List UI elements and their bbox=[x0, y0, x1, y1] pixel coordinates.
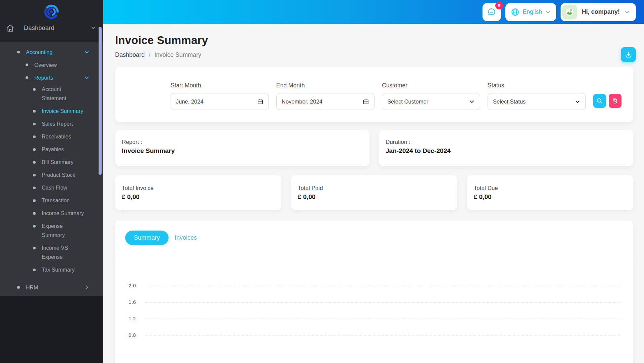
sidebar-item-receivables[interactable]: Receivables bbox=[0, 132, 103, 141]
customer-select[interactable]: Select Customer bbox=[382, 93, 480, 110]
filter-card: Start Month June, 2024 End Month Novembe… bbox=[115, 67, 633, 122]
bullet-icon bbox=[33, 199, 36, 202]
sidebar-item-accounting[interactable]: Accounting bbox=[0, 47, 103, 57]
app-logo[interactable] bbox=[0, 0, 103, 19]
bullet-icon bbox=[33, 161, 36, 164]
notification-badge: 0 bbox=[495, 2, 503, 9]
sidebar-item-payables[interactable]: Payables bbox=[0, 145, 103, 154]
sidebar-item-account-statement[interactable]: Account Statement bbox=[0, 85, 103, 103]
total-paid-value: £ 0,00 bbox=[298, 193, 451, 201]
end-month-input[interactable]: November, 2024 bbox=[276, 93, 374, 110]
filter-actions bbox=[593, 94, 621, 122]
chart-gridline-row: 1.2 bbox=[127, 315, 621, 322]
sidebar-header: Dashboard bbox=[0, 0, 103, 42]
profile-menu-button[interactable]: Hi, company! bbox=[561, 3, 636, 21]
gridline bbox=[145, 319, 621, 319]
y-tick-label: 2.0 bbox=[127, 283, 136, 288]
end-month-label: End Month bbox=[276, 82, 374, 89]
sidebar: Dashboard Accounting Overview Reports Ac… bbox=[0, 0, 103, 363]
end-month-field: End Month November, 2024 bbox=[276, 82, 374, 122]
globe-icon bbox=[511, 8, 520, 16]
total-due-card: Total Due £ 0,00 bbox=[467, 175, 633, 210]
chevron-down-icon bbox=[575, 99, 580, 105]
avatar-image-icon bbox=[565, 7, 575, 17]
language-label: English bbox=[523, 8, 542, 15]
status-value: Select Status bbox=[493, 98, 526, 105]
topbar: 0 English Hi, company! bbox=[103, 0, 644, 24]
chart-y-axis-title: Amount bbox=[119, 322, 127, 363]
sidebar-item-expense-summary[interactable]: Expense Summary bbox=[0, 221, 103, 240]
sidebar-item-overview[interactable]: Overview bbox=[0, 60, 103, 70]
chevron-right-icon bbox=[84, 285, 90, 290]
logo-icon bbox=[44, 4, 59, 19]
calendar-icon bbox=[257, 98, 263, 105]
tabs-divider bbox=[115, 262, 633, 262]
chart-card: Summary Invoices Amount 2.0 1.6 1.2 0.8 bbox=[115, 220, 633, 363]
y-tick-label: 1.2 bbox=[127, 316, 136, 321]
home-icon bbox=[6, 24, 14, 32]
bullet-icon bbox=[26, 76, 28, 79]
sidebar-item-reports[interactable]: Reports bbox=[0, 73, 103, 83]
end-month-value: November, 2024 bbox=[282, 98, 322, 105]
customer-field: Customer Select Customer bbox=[382, 82, 480, 122]
bullet-icon bbox=[33, 123, 36, 125]
breadcrumb-current: Invoice Summary bbox=[154, 51, 201, 58]
chevron-down-icon bbox=[545, 9, 551, 15]
sidebar-item-cash-flow[interactable]: Cash Flow bbox=[0, 183, 103, 192]
total-invoice-card: Total Invoice £ 0,00 bbox=[115, 175, 281, 210]
clear-filter-icon bbox=[612, 97, 618, 104]
report-label: Report : bbox=[122, 139, 363, 146]
sidebar-item-income-vs-expense[interactable]: Income VS Expense bbox=[0, 243, 103, 261]
tab-invoices[interactable]: Invoices bbox=[175, 234, 197, 241]
reset-filter-button[interactable] bbox=[609, 94, 621, 108]
bullet-icon bbox=[33, 269, 36, 271]
notifications-button[interactable]: 0 bbox=[482, 3, 501, 21]
bullet-icon bbox=[17, 286, 20, 289]
bullet-icon bbox=[26, 64, 28, 66]
bullet-icon bbox=[33, 187, 36, 189]
reports-submenu: Account Statement Invoice Summary Sales … bbox=[0, 85, 103, 274]
start-month-field: Start Month June, 2024 bbox=[171, 82, 269, 122]
sidebar-scrollbar[interactable] bbox=[99, 27, 102, 175]
total-invoice-value: £ 0,00 bbox=[122, 193, 275, 201]
sidebar-item-tax-summary[interactable]: Tax Summary bbox=[0, 265, 103, 274]
stats-row: Total Invoice £ 0,00 Total Paid £ 0,00 T… bbox=[115, 175, 633, 210]
chart-gridline-row: 0.8 bbox=[127, 332, 621, 338]
report-value: Invoice Summary bbox=[122, 147, 363, 155]
breadcrumb-dashboard-link[interactable]: Dashboard bbox=[115, 51, 145, 58]
duration-label: Duration : bbox=[386, 139, 627, 146]
sidebar-item-income-summary[interactable]: Income Summary bbox=[0, 209, 103, 218]
sidebar-item-product-stock[interactable]: Product Stock bbox=[0, 170, 103, 179]
page-title: Invoice Summary bbox=[115, 34, 633, 47]
bullet-icon bbox=[33, 247, 36, 249]
sidebar-item-transaction[interactable]: Transaction bbox=[0, 196, 103, 205]
sidebar-item-invoice-summary[interactable]: Invoice Summary bbox=[0, 107, 103, 116]
chevron-down-icon bbox=[469, 99, 475, 105]
bullet-icon bbox=[33, 148, 36, 151]
status-field: Status Select Status bbox=[488, 82, 586, 122]
sidebar-item-dashboard[interactable]: Dashboard bbox=[0, 20, 103, 36]
sidebar-item-hrm[interactable]: HRM bbox=[0, 282, 103, 292]
bullet-icon bbox=[33, 135, 36, 138]
bullet-icon bbox=[33, 110, 36, 113]
gridline bbox=[145, 335, 621, 335]
chat-icon bbox=[487, 7, 496, 16]
duration-value: Jan-2024 to Dec-2024 bbox=[386, 147, 627, 155]
report-card: Report : Invoice Summary bbox=[115, 130, 369, 166]
apply-filter-button[interactable] bbox=[593, 94, 606, 108]
gridline bbox=[145, 302, 621, 302]
chevron-down-icon bbox=[91, 25, 96, 31]
language-selector[interactable]: English bbox=[505, 3, 556, 21]
search-icon bbox=[596, 97, 603, 104]
breadcrumb-separator: / bbox=[149, 51, 150, 58]
tab-summary[interactable]: Summary bbox=[125, 231, 169, 245]
sidebar-item-sales-report[interactable]: Sales Report bbox=[0, 119, 103, 128]
total-paid-card: Total Paid £ 0,00 bbox=[291, 175, 457, 210]
download-button[interactable] bbox=[621, 47, 636, 62]
status-select[interactable]: Select Status bbox=[488, 93, 586, 110]
chevron-down-icon bbox=[84, 75, 90, 80]
start-month-input[interactable]: June, 2024 bbox=[171, 93, 269, 110]
bullet-icon bbox=[33, 225, 36, 228]
duration-card: Duration : Jan-2024 to Dec-2024 bbox=[379, 130, 633, 166]
sidebar-item-bill-summary[interactable]: Bill Summary bbox=[0, 158, 103, 167]
